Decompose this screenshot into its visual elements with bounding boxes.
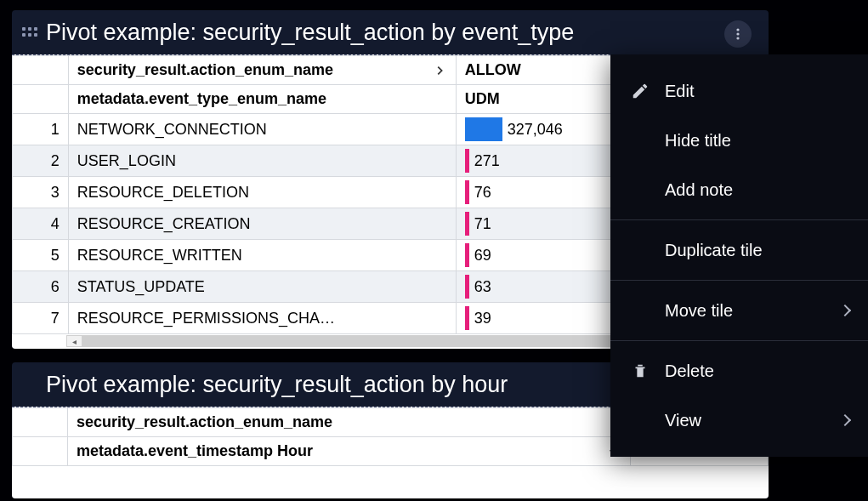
menu-label: Move tile xyxy=(665,301,841,321)
value-text: 63 xyxy=(474,278,491,296)
row-index: 2 xyxy=(13,145,69,177)
header-dim-label: security_result.action_enum_name xyxy=(77,413,332,431)
row-index: 5 xyxy=(13,240,69,271)
row-index: 6 xyxy=(13,271,69,303)
row-name: RESOURCE_CREATION xyxy=(68,208,456,240)
value-text: 39 xyxy=(474,310,491,327)
bar-icon xyxy=(465,117,502,141)
row-name: RESOURCE_DELETION xyxy=(68,177,456,208)
bar-icon xyxy=(465,275,469,299)
pencil-icon xyxy=(631,82,665,100)
header-dimension-2[interactable]: metadata.event_timestamp Hour xyxy=(67,437,630,466)
menu-item-view[interactable]: View xyxy=(610,396,868,445)
trash-icon xyxy=(631,362,665,380)
menu-item-delete[interactable]: Delete xyxy=(610,346,868,396)
header-blank xyxy=(13,408,68,437)
menu-label: Add note xyxy=(665,180,849,200)
header-dim2-label: metadata.event_timestamp Hour xyxy=(77,442,313,460)
tile-title: Pivot example: security_result_action by… xyxy=(46,20,574,46)
svg-point-2 xyxy=(736,37,739,39)
bar-icon xyxy=(465,243,469,267)
menu-item-add-note[interactable]: Add note xyxy=(610,165,868,214)
value-text: 71 xyxy=(474,215,491,233)
drag-handle-icon[interactable] xyxy=(20,22,39,41)
bar-icon xyxy=(465,306,469,330)
menu-label: Hide title xyxy=(665,131,849,151)
menu-separator xyxy=(610,340,868,341)
bar-icon xyxy=(465,212,469,236)
row-name: USER_LOGIN xyxy=(68,145,456,177)
tile-header: Pivot example: security_result_action by… xyxy=(12,10,769,54)
chevron-right-icon xyxy=(432,63,447,78)
header-dimension[interactable]: security_result.action_enum_name xyxy=(68,56,456,85)
row-index: 3 xyxy=(13,177,69,208)
svg-point-0 xyxy=(736,28,739,31)
row-index: 7 xyxy=(13,303,69,334)
menu-label: View xyxy=(665,411,841,430)
row-name: STATUS_UPDATE xyxy=(68,271,456,303)
chevron-right-icon xyxy=(839,305,851,316)
header-dim-label: security_result.action_enum_name xyxy=(77,61,333,79)
row-index: 1 xyxy=(13,114,69,145)
value-text: 271 xyxy=(474,152,500,170)
row-name: RESOURCE_WRITTEN xyxy=(68,240,456,271)
tile-title: Pivot example: security_result_action by… xyxy=(46,372,508,398)
row-name: RESOURCE_PERMISSIONS_CHA… xyxy=(68,303,456,334)
scroll-left-arrow-icon[interactable]: ◂ xyxy=(67,336,82,346)
value-text: 69 xyxy=(474,247,491,265)
tile-actions-button[interactable] xyxy=(724,20,752,48)
header-blank xyxy=(13,437,68,466)
row-index: 4 xyxy=(13,208,69,240)
menu-item-edit[interactable]: Edit xyxy=(610,66,868,116)
menu-label: Delete xyxy=(665,362,849,381)
menu-separator xyxy=(610,280,868,281)
kebab-icon xyxy=(731,27,745,41)
header-measure-label: UDM xyxy=(465,90,500,108)
menu-item-duplicate[interactable]: Duplicate tile xyxy=(610,225,868,275)
svg-point-1 xyxy=(736,32,739,35)
bar-icon xyxy=(465,149,469,173)
row-name: NETWORK_CONNECTION xyxy=(68,114,456,145)
menu-separator xyxy=(610,219,868,220)
menu-label: Duplicate tile xyxy=(665,241,849,260)
header-dimension[interactable]: security_result.action_enum_name xyxy=(67,408,630,437)
header-dimension-2[interactable]: metadata.event_type_enum_name xyxy=(68,85,456,114)
menu-item-hide-title[interactable]: Hide title xyxy=(610,116,868,165)
menu-item-move[interactable]: Move tile xyxy=(610,286,868,335)
menu-label: Edit xyxy=(665,82,849,101)
tile-context-menu: Edit Hide title Add note Duplicate tile … xyxy=(610,54,868,457)
value-text: 327,046 xyxy=(508,121,563,139)
bar-icon xyxy=(465,180,469,204)
chevron-right-icon xyxy=(839,414,851,426)
value-text: 76 xyxy=(474,184,491,202)
header-blank xyxy=(13,56,69,85)
header-blank xyxy=(13,85,69,114)
